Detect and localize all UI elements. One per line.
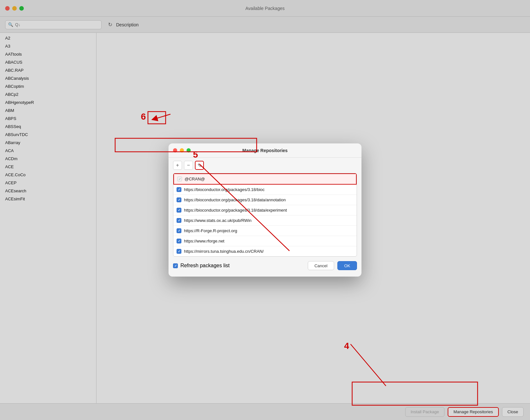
modal-maximize-button[interactable] xyxy=(187,148,191,152)
repository-item[interactable]: https://mirrors.tuna.tsinghua.edu.cn/CRA… xyxy=(173,246,357,256)
repository-checkbox[interactable] xyxy=(177,218,181,223)
repository-item[interactable]: https://www.stats.ox.ac.uk/pub/RWin xyxy=(173,215,357,226)
modal-minimize-button[interactable] xyxy=(180,148,184,152)
repository-checkbox[interactable] xyxy=(177,197,181,202)
repository-checkbox[interactable] xyxy=(177,208,181,213)
ok-button[interactable]: OK xyxy=(337,261,357,270)
repository-url: https://mirrors.tuna.tsinghua.edu.cn/CRA… xyxy=(184,249,264,254)
repository-url: https://bioconductor.org/packages/3.18/b… xyxy=(184,187,265,192)
remove-repository-button[interactable]: − xyxy=(184,161,193,170)
refresh-packages-label: Refresh packages list xyxy=(180,263,230,269)
refresh-packages-checkbox[interactable] xyxy=(173,263,178,268)
repository-item[interactable]: @CRAN@ xyxy=(173,173,357,185)
refresh-checkbox-row: Refresh packages list xyxy=(173,263,305,269)
repository-checkbox[interactable] xyxy=(177,239,181,243)
repository-list: @CRAN@https://bioconductor.org/packages/… xyxy=(173,173,357,257)
repository-url: https://www.rforge.net xyxy=(184,239,224,243)
add-repository-button[interactable]: + xyxy=(173,161,182,170)
repository-url: https://bioconductor.org/packages/3.18/d… xyxy=(184,197,286,202)
edit-repository-button[interactable]: ✎ xyxy=(195,161,204,170)
modal-footer: Refresh packages list Cancel OK xyxy=(169,257,361,270)
minus-icon: − xyxy=(187,162,190,168)
repository-checkbox[interactable] xyxy=(177,187,181,192)
edit-icon: ✎ xyxy=(197,162,202,169)
repository-item[interactable]: https://bioconductor.org/packages/3.18/d… xyxy=(173,205,357,215)
repository-checkbox[interactable] xyxy=(177,177,182,181)
modal-close-button[interactable] xyxy=(173,148,177,152)
modal-toolbar: + − ✎ xyxy=(169,158,361,173)
repository-url: https://R-Forge.R-project.org xyxy=(184,228,237,233)
modal-overlay: Manage Repositories + − ✎ @CRAN@https://… xyxy=(0,0,530,420)
modal-buttons: Cancel OK xyxy=(308,261,357,270)
repository-url: https://www.stats.ox.ac.uk/pub/RWin xyxy=(184,218,251,223)
repository-item[interactable]: https://R-Forge.R-project.org xyxy=(173,226,357,236)
repository-item[interactable]: https://bioconductor.org/packages/3.18/b… xyxy=(173,185,357,195)
modal-title: Manage Repositories xyxy=(242,148,288,153)
modal-title-bar: Manage Repositories xyxy=(169,143,361,158)
manage-repositories-dialog: Manage Repositories + − ✎ @CRAN@https://… xyxy=(169,143,361,277)
modal-window-controls xyxy=(173,148,191,152)
repository-checkbox[interactable] xyxy=(177,249,181,254)
repository-url: @CRAN@ xyxy=(185,177,205,181)
repository-item[interactable]: https://bioconductor.org/packages/3.18/d… xyxy=(173,195,357,205)
repository-item[interactable]: https://www.rforge.net xyxy=(173,236,357,246)
repository-url: https://bioconductor.org/packages/3.18/d… xyxy=(184,208,287,213)
cancel-button[interactable]: Cancel xyxy=(308,261,334,270)
repository-checkbox[interactable] xyxy=(177,228,181,233)
plus-icon: + xyxy=(176,162,179,168)
